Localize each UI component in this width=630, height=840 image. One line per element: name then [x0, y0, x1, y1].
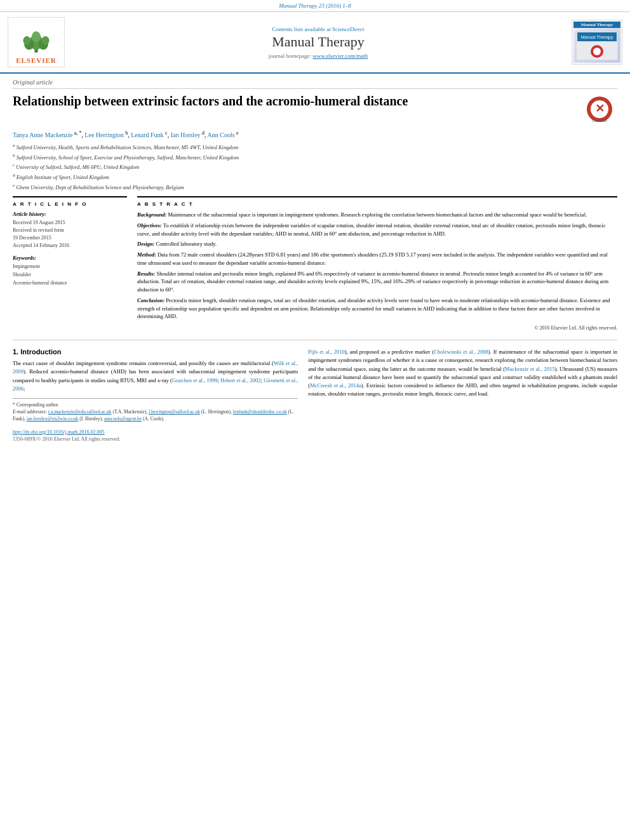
- author-herrington[interactable]: Lee Herrington: [84, 131, 123, 138]
- elsevier-brand-text: ELSEVIER: [16, 57, 57, 64]
- svg-point-6: [42, 36, 50, 45]
- author-funk[interactable]: Lenard Funk: [131, 131, 163, 138]
- svg-text:Manual Therapy: Manual Therapy: [581, 35, 613, 40]
- intro-right-column: Pijls et al., 2010), and proposed as a p…: [308, 348, 617, 441]
- abstract-conclusion: Conclusion: Pectoralis minor length, sho…: [137, 297, 617, 321]
- affiliation-e: e Ghent University, Dept of Rehabilitati…: [13, 182, 617, 192]
- keyword-impingement: Impingement: [13, 263, 127, 271]
- svg-point-11: [593, 48, 601, 55]
- email-cools[interactable]: anncools@ugent.be: [104, 416, 142, 422]
- keywords-label: Keywords:: [13, 255, 127, 261]
- svg-point-4: [32, 31, 41, 42]
- author-cools[interactable]: Ann Cools: [208, 131, 235, 138]
- author-mackenzie[interactable]: Tanya Anne Mackenzie: [13, 131, 72, 138]
- homepage-link: journal homepage: www.elsevier.com/math: [71, 53, 565, 59]
- abstract-background: Background: Maintenance of the subacromi…: [137, 211, 617, 219]
- svg-text:CrossMark: CrossMark: [592, 119, 608, 123]
- affiliation-d: d English Institute of Sport, United Kin…: [13, 172, 617, 182]
- ref-mccreesh[interactable]: McCreesh et al., 2014a: [310, 382, 361, 389]
- info-abstract-columns: A R T I C L E I N F O Article history: R…: [13, 196, 617, 332]
- received-revised-label: Received in revised form: [13, 227, 127, 234]
- author-funk-sup: c: [165, 130, 168, 136]
- article-body: Original article Relationship between ex…: [0, 74, 630, 447]
- elsevier-tree-icon: [17, 20, 55, 55]
- abstract-text: Background: Maintenance of the subacromi…: [137, 211, 617, 332]
- ref-wilk[interactable]: Wilk et al., 2009: [13, 360, 298, 375]
- article-title-row: Relationship between extrinsic factors a…: [13, 93, 617, 125]
- intro-section-title: 1. Introduction: [13, 348, 298, 356]
- section-divider: [13, 340, 617, 340]
- author-cools-sup: e: [236, 130, 239, 136]
- intro-left-text: The exact cause of shoulder impingement …: [13, 359, 298, 393]
- article-history-label: Article history:: [13, 211, 127, 217]
- journal-citation: Manual Therapy 23 (2016) 1–8: [279, 3, 351, 9]
- article-title: Relationship between extrinsic factors a…: [13, 93, 579, 109]
- author-mackenzie-sup: a, *: [74, 130, 82, 136]
- svg-point-5: [23, 36, 30, 45]
- homepage-url[interactable]: www.elsevier.com/math: [312, 53, 368, 59]
- affiliation-c: c University of Salford, Salford, M6 6PU…: [13, 162, 617, 171]
- journal-header: ELSEVIER Contents lists available at Sci…: [0, 12, 630, 74]
- sciencedirect-link[interactable]: Contents lists available at ScienceDirec…: [71, 26, 565, 32]
- keyword-shoulder: Shoulder: [13, 271, 127, 279]
- crossmark-logo[interactable]: ✕ CrossMark: [586, 95, 617, 125]
- received-date: Received 19 August 2015: [13, 219, 127, 227]
- author-herrington-sup: b: [125, 130, 128, 136]
- article-info-column: A R T I C L E I N F O Article history: R…: [13, 196, 127, 332]
- abstract-results: Results: Shoulder internal rotation and …: [137, 270, 617, 294]
- revised-date: 19 December 2015: [13, 234, 127, 242]
- doi-link[interactable]: http://dx.doi.org/10.1016/j.math.2016.02…: [13, 429, 298, 435]
- email-funk[interactable]: lenfunk@shoulderdoc.co.uk: [233, 409, 287, 415]
- affiliations: a Salford University, Health, Sports and…: [13, 142, 617, 191]
- intro-left-column: 1. Introduction The exact cause of shoul…: [13, 348, 298, 441]
- ref-pijls[interactable]: Pijls et al., 2010: [308, 349, 344, 355]
- journal-citation-bar: Manual Therapy 23 (2016) 1–8: [0, 0, 630, 12]
- elsevier-logo: ELSEVIER: [8, 17, 65, 67]
- article-info-heading: A R T I C L E I N F O: [13, 201, 127, 207]
- footnote-emails: E-mail addresses: t.a.mackenzie@edu.salf…: [13, 408, 298, 423]
- author-horsley-sup: d: [202, 130, 204, 136]
- email-mackenzie[interactable]: t.a.mackenzie@edu.salford.ac.uk: [48, 409, 112, 415]
- footnote-corresponding: * Corresponding author.: [13, 401, 298, 408]
- footnote-area: * Corresponding author. E-mail addresses…: [13, 398, 298, 423]
- bottom-links: http://dx.doi.org/10.1016/j.math.2016.02…: [13, 429, 298, 442]
- issn-line: 1356-689X/© 2016 Elsevier Ltd. All right…: [13, 436, 298, 442]
- journal-logo-image: Manual Therapy: [573, 28, 620, 63]
- abstract-design: Design: Controlled laboratory study.: [137, 240, 617, 248]
- journal-title: Manual Therapy: [71, 34, 565, 50]
- abstract-copyright: © 2016 Elsevier Ltd. All rights reserved…: [137, 324, 617, 332]
- affiliation-a: a Salford University, Health, Sports and…: [13, 142, 617, 152]
- ref-graichen[interactable]: Graichen et al., 1999: [172, 377, 218, 383]
- journal-logo-box: Manual Therapy Manual Therapy: [572, 20, 622, 65]
- keyword-ahd: Acromio-humeral distance: [13, 279, 127, 288]
- abstract-method: Method: Data from 72 male control should…: [137, 251, 617, 267]
- introduction-section: 1. Introduction The exact cause of shoul…: [13, 348, 617, 441]
- ref-mackenzie[interactable]: Mackenzie et al., 2015: [505, 366, 554, 372]
- abstract-heading: A B S T R A C T: [137, 201, 617, 207]
- svg-text:✕: ✕: [595, 102, 605, 115]
- affiliation-b: b Salford University, School of Sport, E…: [13, 152, 617, 162]
- author-horsley[interactable]: Ian Horsley: [171, 131, 201, 138]
- authors-line: Tanya Anne Mackenzie a, *, Lee Herringto…: [13, 130, 617, 138]
- intro-right-text: Pijls et al., 2010), and proposed as a p…: [308, 348, 617, 398]
- article-type: Original article: [13, 79, 617, 89]
- email-herrington[interactable]: l.herrington@salford.ac.uk: [149, 409, 200, 415]
- journal-logo-title: Manual Therapy: [573, 22, 620, 28]
- journal-center-info: Contents lists available at ScienceDirec…: [71, 26, 565, 59]
- abstract-column: A B S T R A C T Background: Maintenance …: [137, 196, 617, 332]
- email-horsley[interactable]: ian.horsley@eis2win.co.uk: [27, 416, 79, 422]
- ref-hebert[interactable]: Hebert et al., 2002: [220, 377, 260, 383]
- ref-cholewinski[interactable]: Cholewinski et al., 2008: [434, 349, 488, 355]
- accepted-date: Accepted 14 February 2016: [13, 242, 127, 250]
- abstract-objectives: Objectives: To establish if relationship…: [137, 222, 617, 238]
